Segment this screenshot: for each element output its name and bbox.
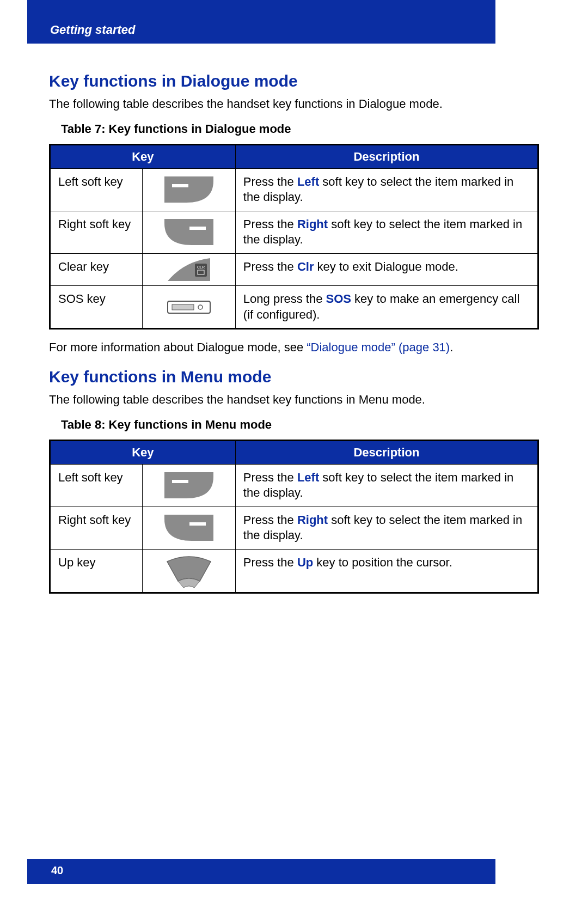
desc-bold: Up [297, 556, 313, 569]
desc-text: Long press the [243, 292, 326, 306]
table-menu: Key Description Left soft key Press the … [49, 440, 539, 594]
key-name: Clear key [50, 254, 143, 286]
after-text: For more information about Dialogue mode… [49, 340, 307, 354]
col-key: Key [50, 144, 236, 168]
key-name: Right soft key [50, 211, 143, 253]
key-desc: Press the Right soft key to select the i… [235, 507, 538, 549]
table-row: Clear key CLR Press the Clr key to exit … [50, 254, 538, 286]
col-desc: Description [235, 144, 538, 168]
desc-bold: Right [297, 513, 328, 527]
key-desc: Long press the SOS key to make an emerge… [235, 286, 538, 329]
desc-text: Press the [243, 556, 297, 569]
table-row: Right soft key Press the Right soft key … [50, 211, 538, 253]
key-desc: Press the Right soft key to select the i… [235, 211, 538, 253]
section-title-dialogue: Key functions in Dialogue mode [49, 72, 539, 90]
desc-bold: Clr [297, 260, 314, 273]
desc-text: Press the [243, 471, 297, 484]
svg-rect-0 [172, 184, 188, 187]
table-row: Up key Press the Up key to position the … [50, 550, 538, 593]
key-name: Up key [50, 550, 143, 593]
right-soft-key-icon [143, 211, 235, 253]
after-text: . [450, 340, 453, 354]
section-after-dialogue: For more information about Dialogue mode… [49, 339, 539, 356]
section-title-menu: Key functions in Menu mode [49, 368, 539, 386]
desc-text: Press the [243, 217, 297, 231]
section-intro-menu: The following table describes the handse… [49, 392, 539, 408]
table-dialogue: Key Description Left soft key Press the … [49, 144, 539, 330]
table-row: Left soft key Press the Left soft key to… [50, 168, 538, 211]
table-row: SOS key Long press the SOS key to make a… [50, 286, 538, 329]
key-name: Left soft key [50, 464, 143, 507]
desc-text: key to position the cursor. [313, 556, 452, 569]
svg-rect-1 [189, 227, 206, 230]
section-intro-dialogue: The following table describes the handse… [49, 96, 539, 112]
key-desc: Press the Up key to position the cursor. [235, 550, 538, 593]
desc-bold: Left [297, 471, 319, 484]
left-soft-key-icon [143, 168, 235, 211]
svg-rect-8 [172, 480, 188, 483]
svg-rect-6 [172, 304, 194, 310]
svg-text:CLR: CLR [197, 265, 205, 269]
col-desc: Description [235, 440, 538, 464]
sos-key-icon [143, 286, 235, 329]
right-soft-key-icon [143, 507, 235, 549]
svg-rect-9 [189, 522, 206, 526]
desc-text: Press the [243, 513, 297, 527]
table-caption-8: Table 8: Key functions in Menu mode [61, 418, 539, 432]
left-soft-key-icon [143, 464, 235, 507]
page-number: 40 [51, 864, 63, 877]
dialogue-mode-link[interactable]: “Dialogue mode” (page 31) [307, 340, 450, 354]
up-key-icon [143, 550, 235, 593]
page-content: Key functions in Dialogue mode The follo… [0, 44, 588, 594]
col-key: Key [50, 440, 236, 464]
key-desc: Press the Left soft key to select the it… [235, 168, 538, 211]
desc-bold: Left [297, 175, 319, 188]
desc-bold: Right [297, 217, 328, 231]
key-name: Right soft key [50, 507, 143, 549]
key-name: SOS key [50, 286, 143, 329]
table-row: Left soft key Press the Left soft key to… [50, 464, 538, 507]
header-section-label: Getting started [50, 23, 135, 37]
desc-text: Press the [243, 260, 297, 273]
clear-key-icon: CLR [143, 254, 235, 286]
key-desc: Press the Clr key to exit Dialogue mode. [235, 254, 538, 286]
desc-text: Press the [243, 175, 297, 188]
key-desc: Press the Left soft key to select the it… [235, 464, 538, 507]
footer-band: 40 [27, 859, 495, 884]
header-band: Getting started [27, 0, 495, 44]
desc-text: key to exit Dialogue mode. [314, 260, 458, 273]
table-row: Right soft key Press the Right soft key … [50, 507, 538, 549]
desc-bold: SOS [326, 292, 351, 306]
key-name: Left soft key [50, 168, 143, 211]
table-caption-7: Table 7: Key functions in Dialogue mode [61, 122, 539, 136]
